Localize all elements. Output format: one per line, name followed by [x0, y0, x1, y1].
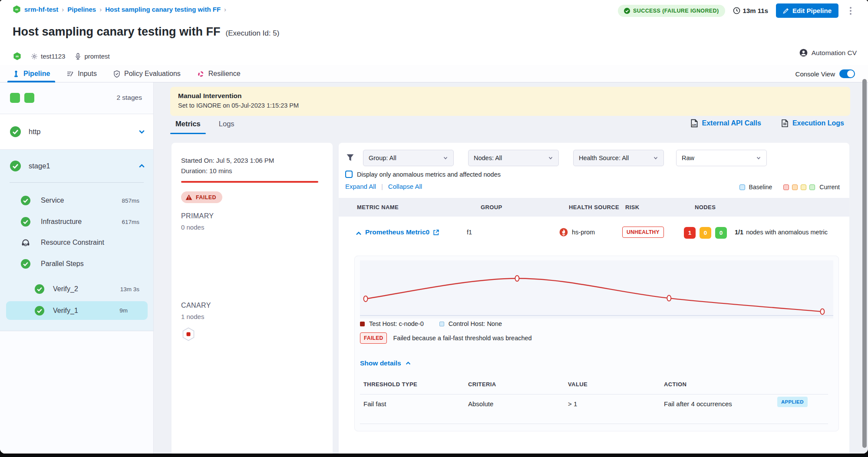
threshold-action-cell: Fail after 4 occurrences	[664, 400, 732, 408]
document-icon	[781, 119, 789, 128]
primary-label: PRIMARY	[181, 212, 214, 220]
breadcrumb-separator: ›	[224, 6, 226, 13]
health-source-filter-dropdown[interactable]: Health Source: All	[573, 150, 664, 166]
tab-resilience[interactable]: Resilience	[197, 65, 241, 82]
threshold-value-cell: > 1	[568, 400, 577, 408]
metric-line-chart	[360, 260, 833, 319]
srm-module-icon: ∞	[13, 52, 21, 60]
collapse-all-link[interactable]: Collapse All	[388, 183, 422, 190]
chevron-down-icon	[756, 155, 761, 161]
execution-sidebar: 2 stages http stage1	[0, 82, 154, 454]
nodes-filter-dropdown[interactable]: Nodes: All	[468, 150, 559, 166]
test-host-swatch	[360, 322, 365, 326]
banner-title: Manual Intervention	[178, 92, 842, 100]
execution-logs-link[interactable]: Execution Logs	[781, 119, 844, 128]
threshold-table-header: CRITERIA	[468, 381, 496, 388]
current-swatch-red	[783, 184, 789, 190]
app-window: ∞ srm-hf-test › Pipelines › Host samplin…	[0, 0, 868, 454]
tab-logs[interactable]: Logs	[219, 120, 234, 134]
expand-all-link[interactable]: Expand All	[345, 183, 376, 190]
elapsed-time: 13m 11s	[733, 7, 768, 14]
resource-constraint-icon	[21, 238, 30, 247]
tab-inputs[interactable]: Inputs	[66, 65, 97, 82]
breadcrumb-separator: ›	[99, 6, 102, 13]
baseline-swatch	[739, 184, 745, 190]
chevron-up-icon[interactable]	[138, 162, 145, 170]
gear-icon	[31, 53, 38, 60]
metric-group: f1	[467, 229, 472, 236]
step-parallel-steps[interactable]: Parallel Steps	[0, 256, 153, 272]
warning-triangle-icon	[185, 194, 192, 201]
stages-count: 2 stages	[116, 94, 142, 102]
pipeline-icon	[13, 70, 20, 78]
health-source-icon	[75, 53, 81, 60]
metric-table-header: METRIC NAME GROUP HEALTH SOURCE RISK NOD…	[339, 198, 849, 217]
more-options-menu[interactable]	[846, 5, 855, 16]
threshold-type-cell: Fail fast	[363, 400, 386, 408]
stage-status-square	[24, 93, 34, 103]
banner-subtitle: Set to IGNORE on 05-Jul-2023 1:15:23 PM	[178, 102, 842, 109]
breadcrumb-pipeline-name[interactable]: Host sampling canary testing with FF	[105, 6, 221, 13]
step-infrastructure[interactable]: Infrastructure 617ms	[0, 214, 153, 230]
breadcrumb-pipelines[interactable]: Pipelines	[67, 6, 96, 13]
current-swatch-green	[809, 184, 815, 190]
success-check-icon	[21, 217, 30, 227]
control-host-label: Control Host: None	[449, 320, 502, 327]
primary-nodes-count: 0 nodes	[181, 224, 204, 231]
page-scrollbar[interactable]	[862, 79, 867, 448]
current-swatch-orange	[792, 184, 798, 190]
success-check-icon	[35, 284, 44, 294]
chevron-down-icon	[548, 155, 553, 161]
metric-health-source: hs-prom	[559, 228, 595, 237]
chevron-up-icon	[405, 360, 411, 366]
node-count-red: 1	[684, 227, 696, 239]
tab-pipeline[interactable]: Pipeline	[13, 65, 50, 82]
group-filter-dropdown[interactable]: Group: All	[363, 150, 454, 166]
threshold-applied-badge: APPLIED	[777, 397, 808, 407]
node-count-green: 0	[715, 227, 727, 239]
success-check-icon	[21, 259, 30, 269]
external-api-calls-link[interactable]: API External API Calls	[690, 119, 761, 128]
shield-check-icon	[113, 70, 120, 78]
content-area: 2 stages http stage1	[0, 82, 868, 454]
progress-bar	[181, 181, 318, 183]
step-resource-constraint[interactable]: Resource Constraint	[0, 234, 153, 251]
tab-metrics[interactable]: Metrics	[175, 120, 201, 134]
success-check-icon	[21, 196, 30, 205]
service-tag[interactable]: test1123	[31, 53, 65, 60]
edit-pipeline-button[interactable]: Edit Pipeline	[776, 3, 838, 18]
execution-id: (Execution Id: 5)	[226, 29, 280, 38]
show-details-link[interactable]: Show details	[360, 359, 411, 367]
metric-row[interactable]: Prometheus Metric0 f1 hs-prom	[339, 217, 849, 250]
chevron-down-icon	[443, 155, 448, 161]
canary-node-hexagon[interactable]	[182, 327, 195, 341]
anomalous-only-checkbox[interactable]	[345, 171, 353, 178]
step-verify-2[interactable]: Verify_2 13m 3s	[0, 281, 153, 297]
manual-intervention-banner: Manual Intervention Set to IGNORE on 05-…	[170, 87, 850, 116]
run-duration: Duration: 10 mins	[181, 167, 232, 174]
nodes-summary: 1/1nodes with anomalous metric	[735, 229, 828, 236]
breadcrumb-project[interactable]: srm-hf-test	[24, 6, 58, 13]
threshold-criteria-cell: Absolute	[468, 400, 493, 408]
env-tag[interactable]: promtest	[75, 53, 109, 60]
status-badge: SUCCESS (FAILURE IGNORED)	[618, 5, 725, 17]
verification-failed-badge: FAILED	[181, 191, 222, 203]
success-check-icon	[10, 126, 21, 137]
data-mode-dropdown[interactable]: Raw	[676, 150, 767, 166]
page-header: ∞ srm-hf-test › Pipelines › Host samplin…	[0, 0, 868, 65]
step-verify-1[interactable]: Verify_1 9m	[6, 301, 148, 320]
sidebar-stage-http[interactable]: http	[0, 114, 153, 150]
control-host-swatch	[439, 322, 444, 326]
filter-icon[interactable]	[346, 154, 354, 162]
step-service[interactable]: Service 857ms	[0, 192, 153, 209]
verification-summary-panel: Started On: Jul 5, 2023 1:06 PM Duration…	[172, 143, 333, 454]
collapse-row-chevron-icon[interactable]	[355, 230, 362, 237]
analysis-failed-message: Failed because a fail-fast threshold was…	[393, 335, 531, 342]
tab-policy-evaluations[interactable]: Policy Evaluations	[113, 65, 181, 82]
svg-text:API: API	[692, 123, 696, 126]
sidebar-stage-stage1[interactable]: stage1	[0, 150, 153, 182]
chevron-down-icon[interactable]	[138, 128, 145, 135]
test-host-label: Test Host: c-node-0	[369, 320, 424, 327]
metric-name-link[interactable]: Prometheus Metric0	[365, 228, 439, 236]
console-view-toggle[interactable]	[839, 69, 855, 78]
